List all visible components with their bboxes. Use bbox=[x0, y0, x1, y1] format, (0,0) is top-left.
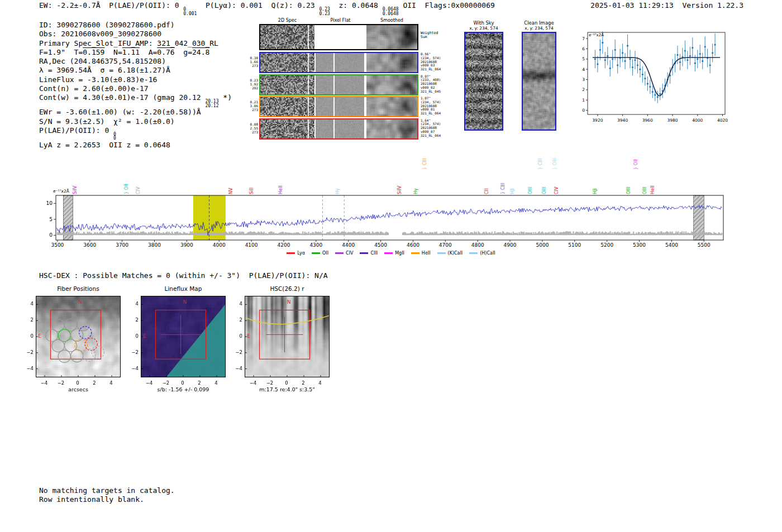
spec2d-row-left-label: 0.082.55273 bbox=[249, 122, 258, 134]
spec2d-left-value: 0.30 bbox=[249, 56, 258, 60]
svg-text:E: E bbox=[143, 333, 146, 339]
svg-text:4500: 4500 bbox=[374, 242, 387, 248]
legend-swatch bbox=[312, 252, 320, 254]
legend-item: Lyα bbox=[287, 251, 305, 256]
info-text: Cont(n) = 2.60(±0.00)e-17 bbox=[39, 84, 149, 93]
legend-item: (H)CaII bbox=[469, 251, 495, 256]
spec2d-left-value: 273 bbox=[249, 108, 258, 112]
spec2d-col-header: Smoothed bbox=[366, 18, 417, 23]
svg-text:4000: 4000 bbox=[213, 242, 226, 248]
spec2d-row-2d bbox=[260, 75, 314, 94]
spectrum-legend: LyαOIICIVCIIIMgIIHeII(K)CaII(H)CaII bbox=[45, 251, 737, 256]
info-text: Cont(w) = 4.30(±0.01)e-17 (gmag 20.12 bbox=[39, 93, 205, 102]
svg-text:N: N bbox=[78, 299, 82, 305]
info-text: 0.159 bbox=[83, 48, 104, 56]
lineflux-map-plot: NE bbox=[141, 296, 226, 377]
svg-text:E: E bbox=[247, 333, 250, 339]
spec2d-row-pixelflat bbox=[316, 75, 365, 94]
info-text: S/N = 9.3(±2.5) χ² = 1.0(±0.0) bbox=[39, 117, 175, 126]
x-tick-label: 0 bbox=[72, 380, 83, 386]
spec2d-left-value: 0.08 bbox=[249, 122, 258, 126]
x-tick-label: 2 bbox=[194, 380, 205, 386]
svg-text:3900: 3900 bbox=[180, 242, 193, 248]
svg-text:5300: 5300 bbox=[633, 242, 646, 248]
clean-image-title: Clean Image bbox=[517, 20, 561, 26]
svg-text:N: N bbox=[287, 299, 291, 305]
y-tick-label: 4 bbox=[233, 301, 242, 306]
y-tick-label: −2 bbox=[25, 349, 34, 355]
legend-item: OII bbox=[312, 251, 328, 256]
svg-text:3800: 3800 bbox=[148, 242, 161, 248]
spec2d-row-smoothed bbox=[366, 97, 417, 116]
x-tick-label: 2 bbox=[298, 380, 309, 386]
x-tick-label: 4 bbox=[211, 380, 222, 386]
x-tick-label: −2 bbox=[55, 380, 66, 386]
spec2d-right-value: 321_RL_064 bbox=[421, 68, 441, 71]
legend-item: MgII bbox=[384, 251, 404, 256]
info-line-8: Cont(w) = 4.30(±0.01)e-17 (gmag 20.12 20… bbox=[39, 93, 232, 108]
spec2d-row-right-label: 0.56"(234, 574)20210608v009_03321_RL_064 bbox=[421, 52, 441, 71]
spec2d-weighted-row bbox=[259, 24, 418, 50]
header-text: EW: -2.2±-0.7Å P(LAE)/P(OII): 0 bbox=[39, 1, 183, 9]
x-tick-label: −4 bbox=[247, 380, 259, 386]
spec2d-right-value: 321_RL_064 bbox=[421, 134, 441, 138]
clean-image bbox=[522, 32, 556, 131]
spec2d-left-value: 273 bbox=[249, 64, 258, 68]
svg-text:4: 4 bbox=[582, 67, 585, 72]
info-line-11: P(LAE)/P(OII): 0 00 bbox=[39, 126, 232, 141]
x-tick-label: −2 bbox=[264, 380, 275, 386]
svg-text:4800: 4800 bbox=[471, 242, 484, 248]
fiber-positions-plot: NE bbox=[36, 296, 121, 377]
header-timestamp-version: 2025-01-03 11:29:13 Version 1.22.3 bbox=[590, 1, 743, 10]
fiber-positions-title: Fiber Positions bbox=[36, 285, 121, 292]
spec2d-row-smoothed bbox=[366, 119, 417, 138]
hsc-cutout-overlay: NE bbox=[245, 296, 329, 377]
info-line-6: LineFlux = -3.10(±0.83)e-16 bbox=[39, 75, 232, 84]
svg-text:7: 7 bbox=[582, 36, 585, 41]
header-supsub: 0.06480.0648 bbox=[383, 7, 399, 16]
svg-text:3500: 3500 bbox=[51, 242, 64, 248]
header-supsub: 00.001 bbox=[183, 7, 197, 16]
hsc-cutout-title: HSC(26.2) r bbox=[245, 285, 330, 292]
svg-text:0: 0 bbox=[49, 232, 53, 238]
spec2d-left-value: 1.92 bbox=[249, 82, 258, 86]
svg-text:6: 6 bbox=[582, 46, 585, 51]
line-fit-plot: 39203940396039804000402001234567e⁻¹⁷x2Å bbox=[575, 28, 737, 131]
footer-line-1: No matching targets in catalog. bbox=[39, 486, 175, 495]
svg-text:2: 2 bbox=[582, 87, 585, 92]
svg-text:3980: 3980 bbox=[667, 118, 678, 123]
legend-swatch bbox=[411, 252, 419, 254]
spec2d-weighted-2d bbox=[260, 25, 314, 49]
y-tick-label: 0 bbox=[25, 333, 34, 339]
svg-text:4900: 4900 bbox=[504, 242, 517, 248]
spec2d-left-value: 3.06 bbox=[249, 104, 258, 108]
fiber-positions-overlay: NE bbox=[36, 296, 120, 377]
info-text: N= bbox=[104, 48, 122, 56]
svg-text:5: 5 bbox=[582, 56, 585, 61]
legend-label: CIV bbox=[346, 251, 353, 256]
svg-text:5000: 5000 bbox=[536, 242, 549, 248]
svg-text:4300: 4300 bbox=[309, 242, 322, 248]
spec2d-col-header: 2D Spec bbox=[260, 18, 314, 23]
y-tick-label: −4 bbox=[130, 366, 139, 371]
spec2d-row-pixelflat bbox=[316, 53, 365, 72]
info-line-10: S/N = 9.3(±2.5) χ² = 1.0(±0.0) bbox=[39, 117, 232, 126]
info-line-5: λ = 3969.54Å σ = 6.18(±1.27)Å bbox=[39, 66, 232, 75]
spec2d-weighted-label: WeightedSum bbox=[421, 31, 438, 39]
legend-item: CIII bbox=[360, 251, 378, 256]
info-text: LineFlux = -3.10(±0.83)e-16 bbox=[39, 75, 157, 84]
svg-text:4600: 4600 bbox=[407, 242, 419, 248]
spec2d-weighted-smoothed bbox=[366, 25, 417, 49]
spectral-line-label: } CIII bbox=[538, 159, 543, 170]
svg-text:e⁻¹⁷x2Å: e⁻¹⁷x2Å bbox=[589, 32, 604, 37]
info-line-9: EWr = -3.60(±1.00) (w: -2.20(±0.58))Å bbox=[39, 108, 232, 117]
lineflux-map-title: Lineflux Map bbox=[141, 285, 226, 292]
lineflux-map-caption: s/b: -1.56 +/- 0.099 bbox=[141, 386, 226, 392]
svg-text:1: 1 bbox=[582, 98, 585, 103]
legend-swatch bbox=[437, 252, 446, 254]
spec2d-row-pixelflat bbox=[316, 119, 365, 138]
full-spectrum-plot: 3500360037003800390040004100420043004400… bbox=[45, 187, 737, 251]
info-text: EWr = -3.60(±1.00) (w: -2.20(±0.58))Å bbox=[39, 108, 201, 116]
spec2d-row bbox=[259, 52, 418, 73]
spec2d-row-right-label: 1.64"(234, 574)20210608v009_07321_RL_064 bbox=[421, 119, 441, 138]
